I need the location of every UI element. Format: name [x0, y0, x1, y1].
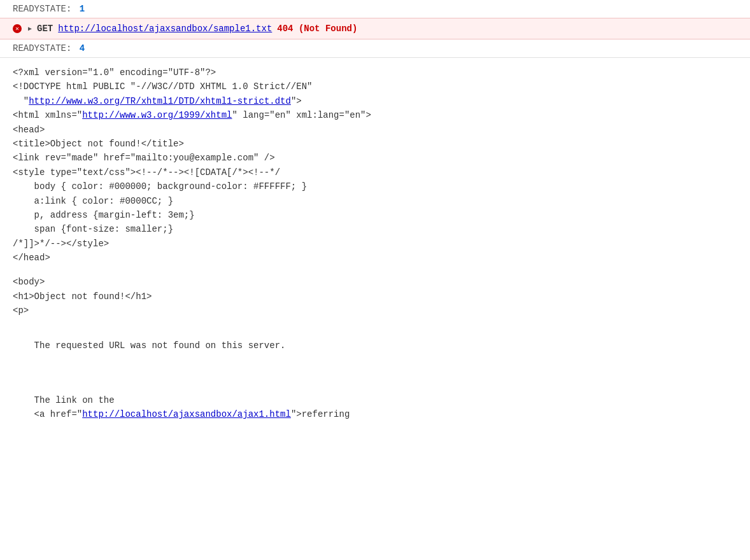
request-url[interactable]: http://localhost/ajaxsandbox/sample1.txt	[58, 24, 272, 34]
spacer-2	[13, 318, 737, 328]
line-15: <body>	[13, 275, 737, 289]
http-status: 404 (Not Found)	[277, 24, 357, 34]
http-method-label: GET	[37, 24, 53, 34]
line-16: <h1>Object not found!</h1>	[13, 290, 737, 304]
readystate-4-row: READYSTATE: 4	[0, 39, 750, 58]
line-19: The link on the	[13, 393, 737, 407]
line-9: body { color: #000000; background-color:…	[13, 179, 737, 193]
spacer-3	[13, 328, 737, 339]
readystate-1-value: 1	[80, 4, 85, 14]
spacer-4	[13, 353, 737, 363]
line-4: <html xmlns="http://www.w3.org/1999/xhtm…	[13, 108, 737, 122]
line-2: <!DOCTYPE html PUBLIC "-//W3C//DTD XHTML…	[13, 80, 737, 94]
console-panel: READYSTATE: 1 ✕ ▶ GET http://localhost/a…	[0, 0, 750, 560]
line-17: <p>	[13, 304, 737, 318]
error-row: ✕ ▶ GET http://localhost/ajaxsandbox/sam…	[0, 18, 750, 39]
readystate-4-value: 4	[80, 43, 85, 53]
spacer-6	[13, 373, 737, 383]
line-14: </head>	[13, 251, 737, 265]
spacer-7	[13, 383, 737, 393]
line-8: <style type="text/css"><!--/*--><![CDATA…	[13, 165, 737, 179]
readystate-4-label: READYSTATE:	[13, 43, 71, 53]
line-20: <a href="http://localhost/ajaxsandbox/aj…	[13, 407, 737, 421]
line-11: p, address {margin-left: 3em;}	[13, 208, 737, 222]
readystate-1-row: READYSTATE: 1	[0, 0, 750, 18]
spacer-1	[13, 265, 737, 275]
spacer-5	[13, 363, 737, 373]
line-3: "http://www.w3.org/TR/xhtml1/DTD/xhtml1-…	[13, 94, 737, 108]
dtd-url-link[interactable]: http://www.w3.org/TR/xhtml1/DTD/xhtml1-s…	[29, 96, 291, 106]
line-5: <head>	[13, 123, 737, 137]
error-icon: ✕	[13, 24, 22, 33]
line-10: a:link { color: #0000CC; }	[13, 194, 737, 208]
line-6: <title>Object not found!</title>	[13, 137, 737, 151]
response-content: <?xml version="1.0" encoding="UTF-8"?> <…	[0, 58, 750, 430]
line-12: span {font-size: smaller;}	[13, 222, 737, 236]
ajax1-url-link[interactable]: http://localhost/ajaxsandbox/ajax1.html	[82, 409, 291, 419]
line-18: The requested URL was not found on this …	[13, 339, 737, 353]
expand-arrow-icon[interactable]: ▶	[28, 25, 32, 32]
xmlns-url-link[interactable]: http://www.w3.org/1999/xhtml	[82, 110, 232, 120]
line-13: /*]]>*/--></style>	[13, 237, 737, 251]
line-7: <link rev="made" href="mailto:you@exampl…	[13, 151, 737, 165]
readystate-1-label: READYSTATE:	[13, 4, 71, 14]
line-1: <?xml version="1.0" encoding="UTF-8"?>	[13, 66, 737, 80]
